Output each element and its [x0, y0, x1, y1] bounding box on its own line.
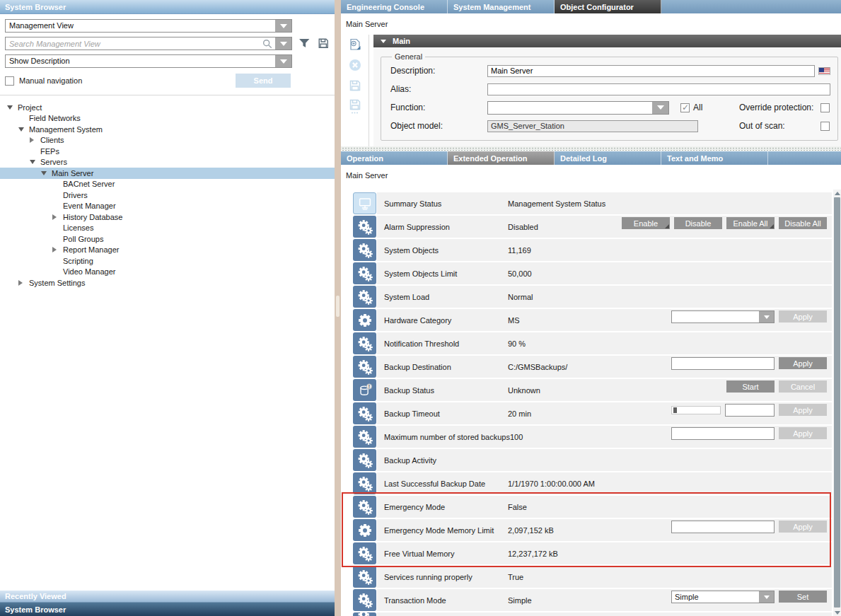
gears-icon[interactable]	[353, 449, 376, 471]
gears-icon[interactable]	[353, 472, 376, 494]
chevron-down-icon[interactable]	[759, 311, 774, 322]
panel-splitter[interactable]	[335, 0, 341, 616]
disable-all-button[interactable]: Disable All	[779, 217, 827, 229]
new-object-icon[interactable]	[348, 37, 362, 52]
delete-object-icon[interactable]	[348, 58, 362, 72]
tree-item-clients[interactable]: Clients	[0, 135, 335, 146]
database-alert-icon[interactable]: !	[353, 379, 376, 401]
chevron-down-icon[interactable]	[275, 55, 291, 67]
scroll-down-icon[interactable]	[833, 609, 841, 616]
enable-button[interactable]: Enable	[622, 217, 670, 229]
view-selector[interactable]: Management View	[5, 19, 292, 33]
tree-expanded-icon[interactable]	[7, 105, 18, 110]
search-box[interactable]	[5, 37, 292, 50]
tab-operation[interactable]: Operation	[341, 151, 448, 165]
apply-button[interactable]: Apply	[779, 357, 827, 369]
chevron-down-icon[interactable]	[275, 37, 291, 50]
splitter-grip[interactable]	[336, 296, 340, 317]
gear-icon[interactable]	[353, 519, 376, 541]
save-icon[interactable]	[348, 79, 362, 93]
tab-system-management[interactable]: System Management	[448, 0, 555, 13]
gears-icon[interactable]	[353, 612, 376, 616]
scrollbar-thumb[interactable]	[834, 197, 840, 608]
tab-engineering-console[interactable]: Engineering Console	[341, 0, 448, 13]
tree-item-poll-groups[interactable]: Poll Groups	[0, 233, 335, 245]
scroll-up-icon[interactable]	[833, 190, 841, 197]
tree-item-drivers[interactable]: Drivers	[0, 190, 335, 201]
function-all-checkbox[interactable]	[680, 103, 690, 112]
vertical-scrollbar[interactable]	[833, 190, 841, 616]
chevron-down-icon[interactable]	[275, 20, 291, 32]
backup-destination-input[interactable]	[671, 357, 775, 370]
system-browser-bar[interactable]: System Browser	[0, 602, 335, 616]
tree-item-main-server[interactable]: Main Server	[0, 168, 335, 179]
tree-item-licenses[interactable]: Licenses	[0, 223, 335, 234]
transaction-mode-select[interactable]: Simple	[671, 591, 775, 603]
gears-icon[interactable]	[353, 239, 376, 261]
maximum-number-of-stored-backups-input[interactable]	[671, 427, 775, 440]
tab-text-and-memo[interactable]: Text and Memo	[661, 151, 768, 165]
tab-extended-operation[interactable]: Extended Operation	[448, 151, 555, 165]
emergency-mode-memory-limit-input[interactable]	[671, 521, 775, 533]
start-button[interactable]: Start	[726, 380, 775, 393]
tree-item-field-networks[interactable]: Field Networks	[0, 113, 335, 124]
recently-viewed-bar[interactable]: Recently Viewed	[0, 590, 335, 602]
tree-collapsed-icon[interactable]	[18, 280, 29, 286]
gears-icon[interactable]	[353, 542, 376, 564]
filter-icon[interactable]	[298, 37, 311, 50]
send-button[interactable]: Send	[236, 74, 291, 88]
tree-item-project[interactable]: Project	[0, 102, 335, 113]
alias-input[interactable]	[487, 83, 830, 95]
disable-button[interactable]: Disable	[674, 217, 722, 229]
gears-icon[interactable]	[353, 426, 376, 448]
override-protection-checkbox[interactable]	[820, 103, 830, 112]
tree-collapsed-icon[interactable]	[30, 137, 40, 143]
tree-item-system-settings[interactable]: System Settings	[0, 277, 335, 289]
gears-icon[interactable]	[353, 262, 376, 284]
gear-icon[interactable]	[353, 309, 376, 331]
tab-object-configurator[interactable]: Object Configurator	[555, 0, 661, 13]
save-as-icon[interactable]	[348, 99, 362, 113]
backup-timeout-slider[interactable]	[671, 406, 721, 414]
tree-expanded-icon[interactable]	[18, 127, 29, 132]
enable-all-button[interactable]: Enable All	[726, 217, 775, 229]
gears-icon[interactable]	[353, 286, 376, 308]
tab-detailed-log[interactable]: Detailed Log	[555, 151, 661, 165]
tree-item-history-database[interactable]: History Database	[0, 211, 335, 223]
tree-expanded-icon[interactable]	[41, 171, 52, 175]
backup-timeout-input[interactable]	[725, 404, 775, 417]
tree-expanded-icon[interactable]	[30, 160, 40, 164]
chevron-down-icon[interactable]	[759, 591, 774, 603]
out-of-scan-checkbox[interactable]	[820, 122, 830, 131]
slider-handle[interactable]	[673, 407, 677, 413]
tree-item-event-manager[interactable]: Event Manager	[0, 201, 335, 212]
gears-icon[interactable]	[353, 496, 376, 518]
chevron-down-icon[interactable]	[652, 102, 668, 114]
tree-item-scripting[interactable]: Scripting	[0, 255, 335, 267]
gears-icon[interactable]	[353, 589, 376, 611]
description-input[interactable]	[487, 65, 815, 77]
tree-collapsed-icon[interactable]	[52, 214, 63, 220]
tree-item-management-system[interactable]: Management System	[0, 124, 335, 135]
tree-item-report-manager[interactable]: Report Manager	[0, 245, 335, 256]
gears-icon[interactable]	[353, 332, 376, 354]
tree-item-feps[interactable]: FEPs	[0, 146, 335, 157]
tree-item-servers[interactable]: Servers	[0, 157, 335, 168]
gears-icon[interactable]	[353, 402, 376, 424]
gears-icon[interactable]	[353, 356, 376, 378]
gears-icon[interactable]	[353, 566, 376, 588]
manual-navigation-checkbox[interactable]	[5, 76, 14, 86]
description-selector[interactable]: Show Description	[5, 54, 292, 68]
main-section-header[interactable]: Main	[373, 35, 841, 47]
hardware-category-select[interactable]	[671, 310, 775, 323]
tree-collapsed-icon[interactable]	[52, 247, 63, 252]
monitor-icon[interactable]	[353, 192, 376, 214]
search-input[interactable]	[6, 37, 259, 50]
set-button[interactable]: Set	[779, 591, 827, 603]
search-icon[interactable]	[262, 38, 273, 50]
function-select[interactable]	[487, 101, 669, 115]
save-filter-icon[interactable]	[317, 37, 330, 50]
tree-item-bacnet-server[interactable]: BACnet Server	[0, 179, 335, 190]
gears-icon[interactable]	[353, 216, 376, 238]
tree-item-video-manager[interactable]: Video Manager	[0, 267, 335, 278]
